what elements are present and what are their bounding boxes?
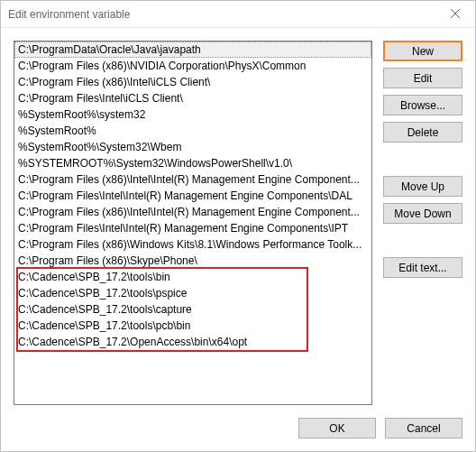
dialog-footer: OK Cancel xyxy=(1,405,475,451)
list-item[interactable]: C:\Program Files (x86)\Intel\Intel(R) Ma… xyxy=(14,204,371,220)
list-item[interactable]: C:\Cadence\SPB_17.2\tools\pcb\bin xyxy=(14,318,371,334)
list-item[interactable]: %SYSTEMROOT%\System32\WindowsPowerShell\… xyxy=(14,155,371,171)
window-title: Edit environment variable xyxy=(8,8,130,21)
dialog-body: C:\ProgramData\Oracle\Java\javapathC:\Pr… xyxy=(1,28,475,405)
list-item[interactable]: C:\Program Files\Intel\iCLS Client\ xyxy=(14,90,371,106)
list-item[interactable]: C:\Program Files (x86)\Skype\Phone\ xyxy=(14,253,371,269)
close-icon xyxy=(451,8,460,21)
spacer xyxy=(383,230,462,257)
dialog-window: Edit environment variable C:\ProgramData… xyxy=(0,0,476,452)
list-item[interactable]: %SystemRoot% xyxy=(14,123,371,139)
list-item[interactable]: C:\Cadence\SPB_17.2\OpenAccess\bin\x64\o… xyxy=(14,334,371,350)
new-button[interactable]: New xyxy=(383,41,462,61)
titlebar: Edit environment variable xyxy=(1,1,475,28)
list-item[interactable]: C:\Program Files (x86)\NVIDIA Corporatio… xyxy=(14,58,371,74)
list-item[interactable]: C:\Cadence\SPB_17.2\tools\pspice xyxy=(14,285,371,301)
list-item[interactable]: C:\ProgramData\Oracle\Java\javapath xyxy=(14,42,371,58)
list-item[interactable]: %SystemRoot%\system32 xyxy=(14,106,371,123)
ok-button[interactable]: OK xyxy=(298,418,376,438)
edit-button[interactable]: Edit xyxy=(383,68,462,88)
cancel-button[interactable]: Cancel xyxy=(385,418,462,438)
list-item[interactable]: C:\Program Files (x86)\Windows Kits\8.1\… xyxy=(14,236,371,253)
list-item[interactable]: C:\Program Files\Intel\Intel(R) Manageme… xyxy=(14,188,371,204)
list-item[interactable]: C:\Cadence\SPB_17.2\tools\bin xyxy=(14,269,371,285)
list-item[interactable]: C:\Program Files (x86)\Intel\iCLS Client… xyxy=(14,74,371,90)
path-list-wrapper: C:\ProgramData\Oracle\Java\javapathC:\Pr… xyxy=(14,41,372,405)
browse-button[interactable]: Browse... xyxy=(383,95,462,115)
path-list[interactable]: C:\ProgramData\Oracle\Java\javapathC:\Pr… xyxy=(14,42,371,404)
list-item[interactable]: %SystemRoot%\System32\Wbem xyxy=(14,139,371,155)
move-down-button[interactable]: Move Down xyxy=(383,203,462,224)
button-column: New Edit Browse... Delete Move Up Move D… xyxy=(383,41,462,405)
list-item[interactable]: C:\Program Files\Intel\Intel(R) Manageme… xyxy=(14,220,371,236)
list-item[interactable]: C:\Cadence\SPB_17.2\tools\capture xyxy=(14,301,371,318)
list-item[interactable]: C:\Program Files (x86)\Intel\Intel(R) Ma… xyxy=(14,171,371,188)
move-up-button[interactable]: Move Up xyxy=(383,176,462,197)
delete-button[interactable]: Delete xyxy=(383,122,462,143)
spacer xyxy=(383,149,462,176)
close-button[interactable] xyxy=(435,1,475,27)
edit-text-button[interactable]: Edit text... xyxy=(383,257,462,278)
